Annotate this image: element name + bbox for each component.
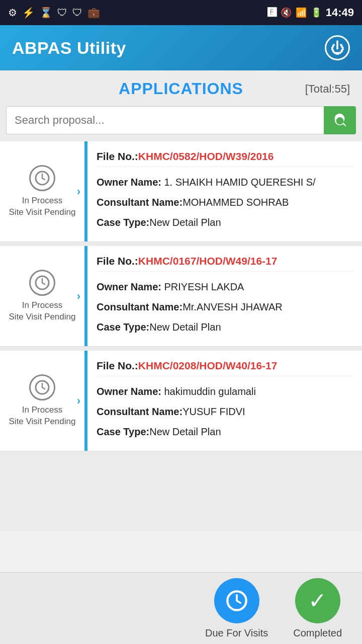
clock-icon-3 — [34, 379, 50, 395]
card-file-no-1: File No.:KHMC/0582/HOD/W39/2016 — [97, 150, 354, 167]
bt-icon2: 🅱 — [267, 8, 277, 18]
bottom-spacer — [0, 455, 362, 531]
status-bar: ⚙ ⚡ ⌛ 🛡 🛡 💼 🅱 🔇 📶 🔋 14:49 — [0, 0, 362, 25]
bluetooth-icon: ⚡ — [22, 7, 35, 19]
applications-header: APPLICATIONS [Total:55] — [0, 70, 362, 102]
status-text-1: In Process Site Visit Pending — [9, 195, 76, 217]
card-content-3: File No.:KHMC/0208/HOD/W40/16-17 Owner N… — [87, 351, 362, 451]
power-button[interactable]: ⏻ — [325, 35, 350, 60]
search-button[interactable] — [324, 106, 356, 134]
search-icon — [332, 112, 348, 128]
shield-icon: 🛡 — [57, 7, 67, 19]
table-row[interactable]: In Process Site Visit Pending › File No.… — [0, 246, 362, 347]
status-bar-left: ⚙ ⚡ ⌛ 🛡 🛡 💼 — [8, 7, 100, 19]
card-owner-1: Owner Name: 1. SHAIKH HAMID QUERESHI S/ — [97, 175, 354, 189]
status-icon-1 — [29, 165, 55, 191]
card-consultant-2: Consultant Name:Mr.ANVESH JHAWAR — [97, 300, 354, 314]
card-status-1: In Process Site Visit Pending › — [0, 141, 84, 242]
card-file-no-3: File No.:KHMC/0208/HOD/W40/16-17 — [97, 360, 354, 376]
card-status-3: In Process Site Visit Pending › — [0, 351, 84, 451]
card-consultant-3: Consultant Name:YUSUF FIDVI — [97, 405, 354, 419]
card-casetype-2: Case Type:New Detail Plan — [97, 320, 354, 334]
card-file-no-2: File No.:KHMC/0167/HOD/W49/16-17 — [97, 255, 354, 272]
chevron-right-icon-1: › — [77, 185, 80, 198]
nav-item-due-for-visits[interactable]: Due For Visits — [205, 578, 268, 639]
clock-icon-1 — [34, 170, 50, 186]
card-owner-2: Owner Name: PRIYESH LAKDA — [97, 280, 354, 294]
nav-item-completed[interactable]: ✓ Completed — [293, 578, 342, 639]
table-row[interactable]: In Process Site Visit Pending › File No.… — [0, 141, 362, 242]
due-for-visits-label: Due For Visits — [205, 627, 268, 639]
card-content-1: File No.:KHMC/0582/HOD/W39/2016 Owner Na… — [87, 141, 362, 242]
main-content: APPLICATIONS [Total:55] In Process — [0, 70, 362, 531]
usb-icon: ⌛ — [40, 7, 52, 19]
bottom-navigation: Due For Visits ✓ Completed — [0, 572, 362, 644]
clock-icon-2 — [34, 275, 50, 291]
chevron-right-icon-2: › — [77, 290, 80, 303]
time-display: 14:49 — [326, 6, 354, 19]
status-bar-right: 🅱 🔇 📶 🔋 14:49 — [267, 6, 354, 19]
table-row[interactable]: In Process Site Visit Pending › File No.… — [0, 351, 362, 451]
battery-icon: 🔋 — [311, 7, 322, 18]
due-for-visits-button[interactable] — [214, 578, 259, 623]
card-content-2: File No.:KHMC/0167/HOD/W49/16-17 Owner N… — [87, 246, 362, 346]
mute-icon: 🔇 — [281, 7, 292, 18]
checkmark-icon: ✓ — [308, 588, 327, 613]
card-casetype-3: Case Type:New Detail Plan — [97, 425, 354, 439]
clock-nav-icon — [225, 589, 248, 612]
briefcase-icon: 💼 — [87, 7, 100, 19]
card-casetype-1: Case Type:New Detail Plan — [97, 215, 354, 229]
card-list: In Process Site Visit Pending › File No.… — [0, 141, 362, 451]
card-owner-3: Owner Name: hakimuddin gulamali — [97, 384, 354, 398]
power-icon: ⏻ — [330, 40, 344, 56]
applications-total: [Total:55] — [305, 83, 350, 96]
card-consultant-1: Consultant Name:MOHAMMED SOHRAB — [97, 195, 354, 209]
applications-title: APPLICATIONS — [119, 79, 243, 98]
app-title: ABPAS Utility — [12, 38, 126, 58]
completed-label: Completed — [293, 627, 342, 639]
app-header: ABPAS Utility ⏻ — [0, 25, 362, 70]
completed-button[interactable]: ✓ — [295, 578, 340, 623]
status-icon-3 — [29, 374, 55, 400]
shield2-icon: 🛡 — [72, 7, 82, 19]
card-status-2: In Process Site Visit Pending › — [0, 246, 84, 346]
status-text-2: In Process Site Visit Pending — [9, 300, 76, 322]
status-icon-2 — [29, 270, 55, 296]
status-text-3: In Process Site Visit Pending — [9, 405, 76, 427]
search-input[interactable] — [6, 106, 324, 134]
settings-icon: ⚙ — [8, 7, 17, 19]
search-bar-container — [0, 102, 362, 141]
wifi-icon: 📶 — [296, 7, 307, 18]
chevron-right-icon-3: › — [77, 394, 80, 408]
